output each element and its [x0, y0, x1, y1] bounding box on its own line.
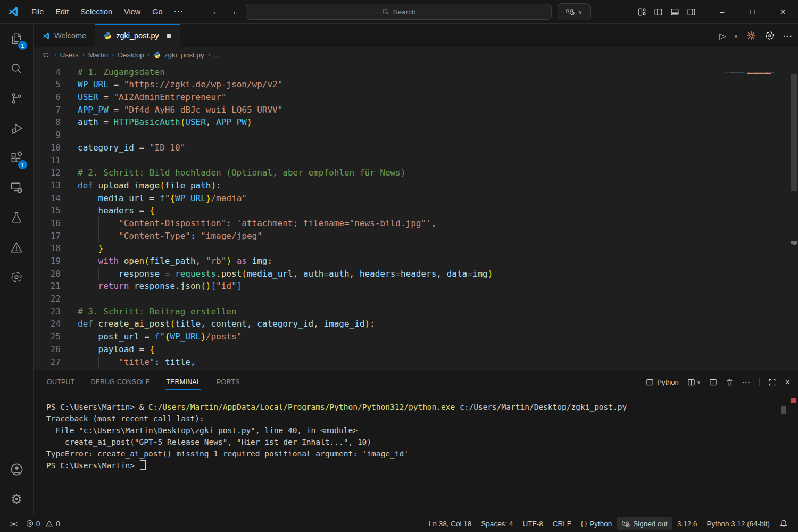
run-debug-icon[interactable]: [0, 113, 33, 143]
modified-dot-icon[interactable]: [167, 34, 171, 38]
crumb-martin[interactable]: Martin: [88, 51, 109, 59]
chevron-right-icon: ›: [82, 51, 85, 59]
problems-warning-icon[interactable]: [0, 232, 33, 262]
extensions-icon[interactable]: 1: [0, 143, 33, 173]
terminal-line: create_ai_post("GPT-5 Release News", "Hi…: [46, 436, 798, 448]
bell-icon: [779, 519, 788, 528]
code-line: 5WP_URL = "https://zgki.de/wp-json/wp/v2…: [34, 78, 798, 91]
terminal-line: File "c:\Users\Martin\Desktop\zgki_post.…: [46, 425, 798, 436]
maximize-button[interactable]: □: [737, 0, 768, 23]
warning-count: 0: [56, 520, 60, 528]
search-sidebar-icon[interactable]: [0, 54, 33, 84]
language-mode[interactable]: { } Python: [576, 517, 617, 530]
code-line: 8auth = HTTPBasicAuth(USER, APP_PW): [34, 116, 798, 129]
code-line: 27 "title": title,: [34, 356, 798, 369]
more-actions-button[interactable]: ···: [783, 31, 793, 40]
starburst-extension-icon[interactable]: [746, 30, 757, 41]
run-dropdown-icon[interactable]: ∨: [734, 33, 738, 39]
customize-layout-icon[interactable]: [637, 7, 646, 16]
crumb-desktop[interactable]: Desktop: [118, 51, 144, 59]
search-placeholder: Search: [393, 8, 416, 16]
minimize-button[interactable]: –: [707, 0, 737, 23]
kill-terminal-button[interactable]: [726, 378, 734, 386]
chevron-down-icon: ∨: [578, 9, 582, 15]
settings-gear-icon[interactable]: ⚙: [0, 484, 33, 514]
notifications-bell[interactable]: [775, 517, 793, 530]
activity-bar: 1 1: [0, 24, 34, 514]
indentation-status[interactable]: Spaces: 4: [476, 517, 518, 530]
close-panel-button[interactable]: ✕: [785, 378, 791, 386]
command-center-search[interactable]: Search: [246, 4, 552, 20]
back-button[interactable]: ←: [212, 6, 221, 17]
terminal-line: TypeError: create_ai_post() missing 1 re…: [46, 448, 798, 460]
terminal-lines: PS C:\Users\Martin> & C:/Users/Martin/Ap…: [46, 401, 798, 471]
crumb-drive[interactable]: C:: [43, 51, 51, 59]
panel-header: OUTPUT DEBUG CONSOLE TERMINAL PORTS Pyth…: [34, 370, 798, 394]
menu-selection[interactable]: Selection: [76, 5, 117, 18]
python-icon: [154, 52, 161, 59]
crumb-users[interactable]: Users: [60, 51, 79, 59]
code-line: 22: [34, 293, 798, 305]
encoding-status[interactable]: UTF-8: [518, 517, 547, 530]
interpreter-status[interactable]: Python 3.12 (64-bit): [702, 517, 775, 530]
remote-explorer-icon[interactable]: [0, 173, 33, 203]
menu-edit[interactable]: Edit: [51, 5, 73, 18]
menu-go[interactable]: Go: [147, 5, 167, 18]
menu-file[interactable]: File: [27, 5, 48, 18]
new-terminal-button[interactable]: ∨: [687, 378, 701, 386]
copilot-signin-status[interactable]: Signed out: [617, 517, 672, 530]
active-terminal-item[interactable]: Python: [646, 378, 678, 386]
code-line: 13def upload_image(file_path):: [34, 179, 798, 192]
source-control-icon[interactable]: [0, 84, 33, 113]
explorer-icon[interactable]: 1: [0, 24, 33, 54]
terminal-scrollbar[interactable]: [781, 406, 786, 414]
crumb-file[interactable]: zgki_post.py: [164, 51, 204, 59]
status-bar: >< 0 0 Ln 38, Col 18 Spaces: 4 UTF-8 CRL…: [0, 514, 798, 532]
menu-more-button[interactable]: ···: [170, 5, 189, 18]
chevron-right-icon: ›: [112, 51, 114, 59]
copilot-menu-button[interactable]: ∨: [558, 3, 591, 20]
menu-view[interactable]: View: [119, 5, 145, 18]
toggle-primary-sidebar-icon[interactable]: [654, 7, 663, 16]
tab-zgki-post[interactable]: zgki_post.py: [95, 24, 180, 47]
error-count: 0: [36, 520, 40, 528]
vscode-logo-icon: [7, 6, 19, 18]
crumb-symbol[interactable]: ...: [214, 51, 220, 59]
tab-terminal[interactable]: TERMINAL: [165, 376, 201, 388]
code-line: 25 post_url = f"{WP_URL}/posts": [34, 330, 798, 343]
editor-actions: ▷ ∨ ···: [719, 24, 793, 47]
tab-welcome[interactable]: Welcome: [34, 24, 95, 47]
terminal-output[interactable]: PS C:\Users\Martin> & C:/Users/Martin/Ap…: [34, 394, 798, 514]
cursor-position[interactable]: Ln 38, Col 18: [424, 517, 476, 530]
editor-scrollbar[interactable]: [791, 74, 797, 191]
chatgpt-extension-icon[interactable]: [0, 262, 33, 292]
code-editor[interactable]: 34# 1. Zugangsdaten5WP_URL = "https://zg…: [34, 62, 798, 370]
run-python-file-button[interactable]: ▷: [719, 31, 726, 41]
panel-more-button[interactable]: ···: [742, 378, 751, 386]
toggle-panel-icon[interactable]: [670, 7, 679, 16]
accounts-icon[interactable]: [0, 454, 33, 484]
code-line: 15 headers = {: [34, 204, 798, 217]
maximize-panel-button[interactable]: [768, 378, 776, 386]
tab-output[interactable]: OUTPUT: [46, 376, 76, 388]
testing-icon[interactable]: [0, 203, 33, 232]
python-version-status[interactable]: 3.12.6: [672, 517, 702, 530]
toggle-secondary-sidebar-icon[interactable]: [687, 7, 696, 16]
tab-debug-console[interactable]: DEBUG CONSOLE: [90, 376, 151, 388]
copilot-icon: [621, 520, 630, 528]
close-button[interactable]: ✕: [768, 0, 798, 23]
minimap[interactable]: # 1. ZugangsdatenWP_URL = "https://zgki.…: [725, 65, 774, 75]
braces-icon: { }: [581, 520, 587, 527]
extensions-badge: 1: [17, 159, 28, 170]
forward-button[interactable]: →: [228, 6, 237, 17]
code-line: 14 media_url = f"{WP_URL}/media": [34, 192, 798, 205]
python-icon: [104, 32, 112, 40]
problems-status[interactable]: 0 0: [21, 517, 65, 530]
eol-status[interactable]: CRLF: [548, 517, 576, 530]
terminal-cursor: [140, 460, 146, 470]
titlebar: File Edit Selection View Go ··· ← → Sear…: [0, 0, 798, 24]
openai-icon[interactable]: [764, 30, 775, 41]
remote-indicator[interactable]: ><: [5, 517, 21, 530]
split-terminal-button[interactable]: [709, 378, 717, 386]
tab-ports[interactable]: PORTS: [216, 376, 240, 388]
